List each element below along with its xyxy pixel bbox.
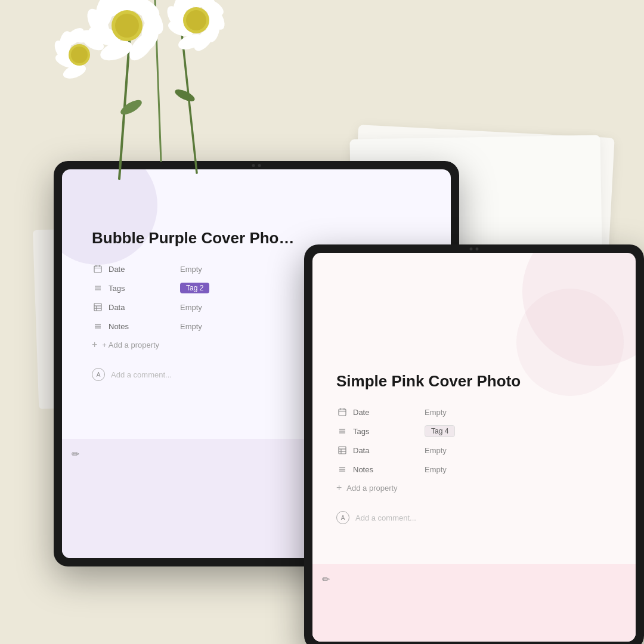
date-value-1: Empty bbox=[180, 265, 202, 274]
notes-icon-1 bbox=[92, 320, 104, 332]
tags-value-1: Tag 2 bbox=[180, 283, 209, 293]
add-property-label-2: Add a property bbox=[346, 484, 397, 493]
notes-value-2: Empty bbox=[425, 465, 447, 474]
property-row-tags-2: Tags Tag 4 bbox=[336, 422, 624, 441]
flower-decoration bbox=[12, 0, 310, 191]
notes-label-2: Notes bbox=[353, 465, 425, 474]
tablet-2-content: Simple Pink Cover Photo Date Empty bbox=[336, 372, 624, 529]
tablet-2: Simple Pink Cover Photo Date Empty bbox=[304, 244, 644, 644]
tag-badge-purple[interactable]: Tag 2 bbox=[180, 283, 209, 293]
svg-rect-14 bbox=[339, 409, 346, 416]
property-row-data-2: Data Empty bbox=[336, 441, 624, 460]
tags-value-2: Tag 4 bbox=[425, 425, 455, 437]
calendar-icon-1 bbox=[92, 263, 104, 275]
property-row-notes-2: Notes Empty bbox=[336, 460, 624, 479]
camera-dot-4 bbox=[476, 247, 479, 250]
svg-point-65 bbox=[174, 87, 197, 104]
data-value-1: Empty bbox=[180, 303, 202, 312]
comment-placeholder-2[interactable]: Add a comment... bbox=[355, 513, 416, 522]
data-icon-2 bbox=[336, 444, 348, 456]
tablet-2-camera bbox=[470, 247, 479, 250]
data-label-2: Data bbox=[353, 446, 425, 455]
svg-rect-0 bbox=[94, 266, 101, 273]
plus-icon-1: + bbox=[92, 339, 97, 350]
date-label-2: Date bbox=[353, 408, 425, 417]
notes-icon-2 bbox=[336, 463, 348, 475]
notes-label-1: Notes bbox=[109, 322, 180, 331]
svg-rect-21 bbox=[339, 447, 346, 454]
tag-badge-pink[interactable]: Tag 4 bbox=[425, 425, 455, 437]
data-value-2: Empty bbox=[425, 446, 447, 455]
plus-icon-2: + bbox=[336, 482, 342, 493]
svg-point-63 bbox=[71, 47, 88, 63]
avatar-2: A bbox=[336, 511, 349, 524]
camera-dot-3 bbox=[470, 247, 473, 250]
date-label-1: Date bbox=[109, 265, 180, 274]
property-row-date-2: Date Empty bbox=[336, 402, 624, 422]
tags-icon-1 bbox=[92, 282, 104, 294]
comment-placeholder-1[interactable]: Add a comment... bbox=[111, 370, 172, 379]
notes-value-1: Empty bbox=[180, 322, 202, 331]
data-label-1: Data bbox=[109, 303, 180, 312]
add-property-button-2[interactable]: + Add a property bbox=[336, 479, 624, 497]
svg-point-64 bbox=[119, 97, 144, 117]
pencil-icon-1: ✏ bbox=[72, 448, 79, 460]
add-property-label-1: + Add a property bbox=[102, 340, 159, 349]
svg-point-54 bbox=[186, 10, 206, 30]
data-icon-1 bbox=[92, 301, 104, 313]
tags-label-1: Tags bbox=[109, 284, 180, 293]
tags-icon-2 bbox=[336, 425, 348, 437]
comment-row-2: A Add a comment... bbox=[336, 506, 624, 529]
svg-rect-7 bbox=[94, 304, 101, 311]
pencil-icon-2: ✏ bbox=[322, 574, 330, 585]
tablet-2-title: Simple Pink Cover Photo bbox=[336, 372, 624, 391]
canvas-area-2[interactable]: ✏ bbox=[312, 564, 636, 642]
svg-point-42 bbox=[115, 14, 139, 38]
calendar-icon-2 bbox=[336, 406, 348, 418]
date-value-2: Empty bbox=[425, 408, 447, 417]
avatar-1: A bbox=[92, 368, 105, 381]
tablet-2-screen: Simple Pink Cover Photo Date Empty bbox=[312, 253, 636, 642]
tags-label-2: Tags bbox=[353, 427, 425, 436]
